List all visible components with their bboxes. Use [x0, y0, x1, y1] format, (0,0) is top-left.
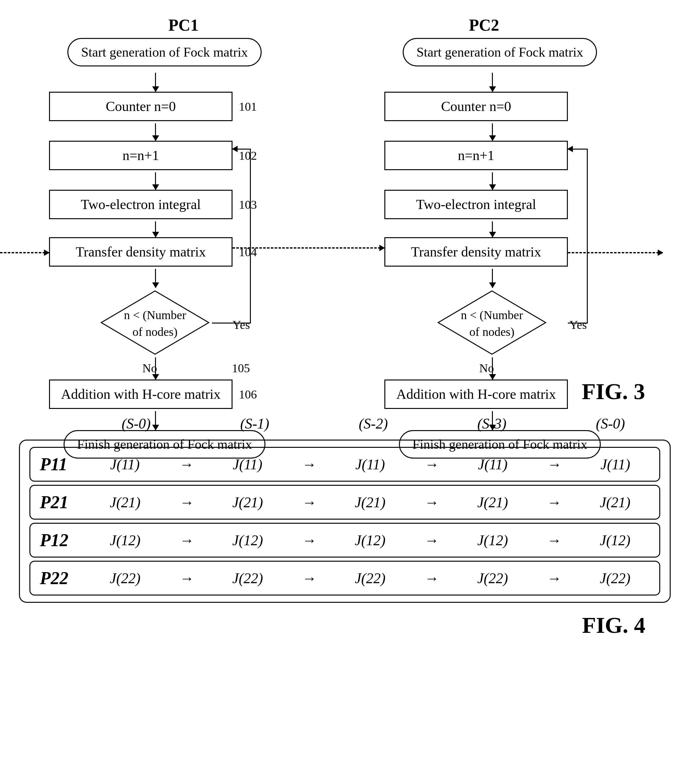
stage-s0-2: (S-0)	[551, 415, 670, 432]
arrow1-pc1	[155, 73, 156, 92]
row-p22: P22 J(22) → J(22) → J(22) → J(22) → J(22…	[29, 561, 660, 595]
no-down-arrow	[155, 357, 156, 379]
stage-header-row: (S-0) (S-1) (S-2) (S-3) (S-0)	[20, 415, 670, 432]
pc2-addition-block: Addition with H-core matrix	[384, 379, 568, 409]
arrow4-pc2	[492, 221, 493, 237]
label-103: 103	[239, 198, 257, 211]
p12-j2: J(12)	[232, 532, 263, 549]
p22-j2: J(22)	[232, 570, 263, 587]
pc1-addition-rect: Addition with H-core matrix	[49, 379, 232, 409]
row-p21: P21 J(21) → J(21) → J(21) → J(21) → J(21…	[29, 485, 660, 520]
p12-arrow1: →	[179, 532, 194, 549]
row-p11: P11 J(11) → J(11) → J(11) → J(11) → J(11…	[29, 447, 660, 482]
pc2-diamond-text: n < (Number of nodes)	[454, 307, 530, 340]
pc1-increment-block: n=n+1 102	[49, 141, 257, 170]
stage-s1: (S-1)	[196, 415, 314, 432]
p21-label: P21	[40, 492, 90, 512]
p22-arrow2: →	[301, 570, 316, 587]
arrow2-pc2	[492, 123, 493, 141]
pc2-increment-rect: n=n+1	[384, 141, 568, 170]
pc1-diamond-block: n < (Number of nodes) Yes No 105	[98, 288, 212, 357]
p12-j3: J(12)	[354, 532, 385, 549]
pc2-increment-block: n=n+1	[384, 141, 568, 170]
fig3-section: PC1 PC2 Start generation of Fock matrix …	[0, 6, 683, 411]
arrow3-pc2	[492, 172, 493, 190]
p21-arrow4: →	[547, 494, 561, 511]
no-down-arrow-pc2	[492, 357, 493, 379]
p22-arrow4: →	[547, 570, 561, 587]
p11-label: P11	[40, 454, 90, 474]
dashed-in-pc1	[0, 252, 49, 253]
arrow3-pc1	[155, 172, 156, 190]
p12-arrow4: →	[547, 532, 561, 549]
p22-arrow3: →	[424, 570, 439, 587]
stage-s2: (S-2)	[314, 415, 433, 432]
p11-arrow1: →	[179, 456, 194, 473]
p11-arrow4: →	[547, 456, 561, 473]
arrow5-pc1	[155, 269, 156, 288]
pc2-transfer-block: Transfer density matrix	[384, 237, 568, 267]
pc1-increment-rect: n=n+1	[49, 141, 232, 170]
p12-content: J(12) → J(12) → J(12) → J(12) → J(12)	[90, 532, 650, 549]
row-p12: P12 J(12) → J(12) → J(12) → J(12) → J(12…	[29, 523, 660, 558]
p21-content: J(21) → J(21) → J(21) → J(21) → J(21)	[90, 494, 650, 511]
pc2-counter-block: Counter n=0	[384, 92, 568, 121]
p11-j4: J(11)	[478, 456, 508, 473]
p11-j3: J(11)	[355, 456, 385, 473]
p21-arrow2: →	[301, 494, 316, 511]
p12-arrow2: →	[301, 532, 316, 549]
pc2-start-block: Start generation of Fock matrix	[373, 38, 626, 66]
pc2-tei-rect: Two-electron integral	[384, 190, 568, 219]
p21-j4: J(21)	[477, 494, 508, 511]
yes-up-arm	[250, 149, 251, 323]
p12-j5: J(12)	[600, 532, 630, 549]
pc2-counter-rect: Counter n=0	[384, 92, 568, 121]
stage-s0-1: (S-0)	[77, 415, 196, 432]
label-106: 106	[239, 387, 257, 401]
pc1-label: PC1	[88, 16, 278, 34]
p22-j3: J(22)	[354, 570, 385, 587]
fig3-label: FIG. 3	[582, 379, 645, 405]
dashed-out-pc2	[568, 252, 663, 253]
p22-arrow1: →	[179, 570, 194, 587]
p12-label: P12	[40, 530, 90, 550]
yes-right-arm	[212, 323, 250, 323]
p22-content: J(22) → J(22) → J(22) → J(22) → J(22)	[90, 570, 650, 587]
pc1-tei-block: Two-electron integral 103	[49, 190, 257, 219]
arrow4-pc1	[155, 221, 156, 237]
pc1-tei-rect: Two-electron integral	[49, 190, 232, 219]
stage-s3: (S-3)	[433, 415, 551, 432]
pc1-addition-block: Addition with H-core matrix 106	[49, 379, 257, 409]
pc1-start-block: Start generation of Fock matrix	[38, 38, 291, 66]
p11-arrow3: →	[424, 456, 439, 473]
pc2-label: PC2	[389, 16, 579, 34]
p11-j2: J(11)	[233, 456, 263, 473]
pc2-start-oval: Start generation of Fock matrix	[403, 38, 596, 66]
pc2-addition-rect: Addition with H-core matrix	[384, 379, 568, 409]
yes-up-arm-pc2	[587, 149, 588, 323]
fig4-label: FIG. 4	[19, 612, 645, 638]
p22-j5: J(22)	[600, 570, 630, 587]
pipeline-table: (S-0) (S-1) (S-2) (S-3) (S-0) P11 J(11) …	[19, 440, 671, 603]
p21-arrow1: →	[179, 494, 194, 511]
fig4-section: (S-0) (S-1) (S-2) (S-3) (S-0) P11 J(11) …	[19, 421, 671, 638]
arrow2-pc1	[155, 123, 156, 141]
arrow1-pc2	[492, 73, 493, 92]
p22-j1: J(22)	[110, 570, 141, 587]
p21-j3: J(21)	[354, 494, 385, 511]
label-102: 102	[239, 149, 257, 163]
pc1-transfer-block: Transfer density matrix 104	[49, 237, 257, 267]
pc1-transfer-rect: Transfer density matrix	[49, 237, 232, 267]
p21-arrow3: →	[424, 494, 439, 511]
p21-j5: J(21)	[600, 494, 630, 511]
p21-j2: J(21)	[232, 494, 263, 511]
p12-j4: J(12)	[477, 532, 508, 549]
pc1-yes-label: Yes	[232, 318, 250, 332]
yes-left-to-rect-pc2	[568, 149, 587, 150]
pc2-yes-label: Yes	[569, 318, 587, 332]
pc2-diamond-block: n < (Number of nodes) Yes No	[435, 288, 549, 357]
p22-label: P22	[40, 568, 90, 588]
p11-j1: J(11)	[110, 456, 140, 473]
p12-j1: J(12)	[110, 532, 141, 549]
pc1-counter-block: Counter n=0 101	[49, 92, 257, 121]
